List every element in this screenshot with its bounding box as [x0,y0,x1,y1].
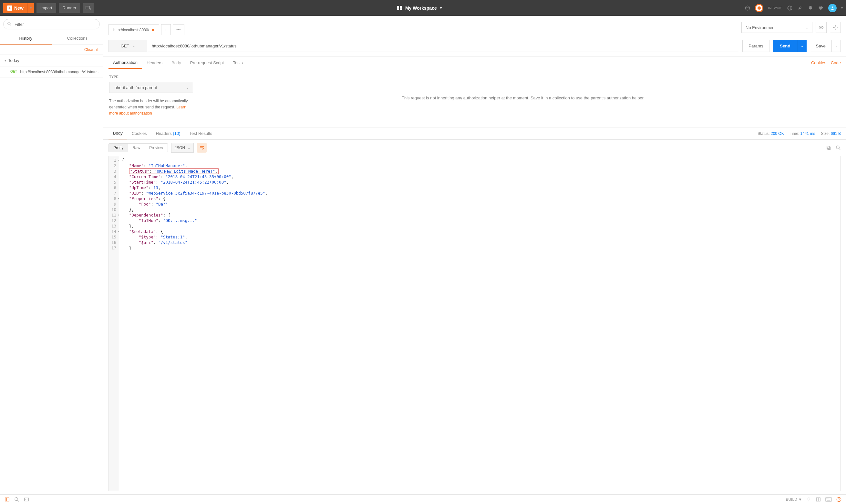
topbar: + New ▾ Import Runner + My Workspace ▾ I… [0,0,846,16]
panes-icon[interactable] [816,497,821,502]
bell-icon[interactable] [808,5,813,11]
view-preview[interactable]: Preview [145,144,168,152]
svg-point-13 [821,27,822,28]
send-dropdown[interactable]: ⌄ [797,40,807,52]
copy-icon[interactable] [826,145,831,150]
statusbar: BUILD ▼ ? [0,494,846,504]
svg-rect-4 [397,8,399,10]
search-icon [7,22,12,26]
wrap-icon [199,145,205,150]
satellite-icon[interactable] [745,5,751,11]
format-select[interactable]: JSON⌄ [171,143,194,152]
auth-description: The authorization header will be automat… [109,98,194,117]
sync-status-icon[interactable] [755,4,763,12]
unsaved-dot-icon [152,29,154,31]
svg-point-6 [745,6,750,10]
subtab-prerequest[interactable]: Pre-request Script [186,57,229,68]
content: http://localhost:8080/ + ••• No Environm… [103,16,846,494]
wrench-icon[interactable] [797,5,803,11]
subtab-body[interactable]: Body [167,57,186,68]
svg-line-12 [10,24,11,26]
history-item[interactable]: GET http://localhost:8080/iothubmanager/… [0,67,103,78]
help-icon[interactable]: ? [836,497,842,502]
params-button[interactable]: Params [742,40,770,52]
url-input[interactable] [147,40,739,52]
env-preview-button[interactable] [816,22,827,33]
resp-tab-cookies[interactable]: Cookies [127,128,152,139]
cookies-link[interactable]: Cookies [811,60,826,65]
new-dropdown[interactable]: ▾ [28,3,34,13]
keyboard-icon[interactable] [825,497,832,502]
size-label: Size: 661 B [821,131,841,136]
tab-history[interactable]: History [0,33,52,44]
clear-all-link[interactable]: Clear all [0,45,103,55]
environment-select[interactable]: No Environment⌄ [741,22,812,33]
svg-text:+: + [90,7,91,11]
search-response-icon[interactable] [836,145,841,150]
svg-line-18 [839,148,840,150]
auth-type-select[interactable]: Inherit auth from parent⌄ [109,82,193,93]
gear-icon [833,25,838,30]
user-icon [830,6,835,10]
env-settings-button[interactable] [830,22,841,33]
avatar[interactable] [828,4,836,12]
subtab-headers[interactable]: Headers [142,57,167,68]
method-select[interactable]: GET⌄ [108,40,147,52]
svg-rect-3 [400,6,402,8]
svg-point-21 [15,498,18,501]
subtab-tests[interactable]: Tests [228,57,247,68]
svg-point-24 [808,498,810,500]
heart-icon[interactable] [818,5,824,11]
svg-rect-0 [86,6,89,9]
save-dropdown[interactable]: ⌄ [832,40,841,52]
svg-rect-5 [400,8,402,10]
svg-rect-16 [827,146,830,149]
history-url: http://localhost:8080/iothubmanager/v1/s… [20,69,99,75]
save-button[interactable]: Save [810,40,832,52]
svg-rect-19 [5,498,9,501]
view-mode-group: Pretty Raw Preview [108,143,168,152]
sync-label: IN SYNC [768,6,782,10]
history-group-today[interactable]: ▾ Today [0,55,103,67]
resp-tab-body[interactable]: Body [108,127,127,139]
response-body[interactable]: 1234567891011121314151617 { "Name": "IoT… [108,156,841,491]
new-button[interactable]: + New [3,3,28,13]
wrap-lines-button[interactable] [197,143,207,152]
svg-rect-23 [24,498,29,501]
new-tab-button[interactable]: + [161,24,171,35]
send-button[interactable]: Send [773,40,797,52]
history-method: GET [10,69,17,75]
sidebar-toggle-icon[interactable] [4,497,10,502]
view-raw[interactable]: Raw [128,144,145,152]
tab-more-button[interactable]: ••• [173,24,184,35]
svg-text:?: ? [838,498,840,501]
svg-point-10 [832,6,833,8]
filter-input[interactable] [3,19,100,29]
sidebar: History Collections Clear all ▾ Today GE… [0,16,103,494]
resp-tab-headers[interactable]: Headers (10) [152,128,185,139]
runner-button[interactable]: Runner [59,3,81,13]
console-icon[interactable] [24,497,29,502]
request-tab[interactable]: http://localhost:8080/ [108,24,159,35]
status-label: Status: 200 OK [758,131,784,136]
import-button[interactable]: Import [36,3,56,13]
svg-point-14 [835,27,836,28]
balloon-icon[interactable] [807,497,811,502]
plus-icon: + [7,5,12,11]
subtab-authorization[interactable]: Authorization [108,57,142,69]
svg-rect-28 [826,498,832,501]
build-label[interactable]: BUILD ▼ [786,497,802,502]
resp-tab-test-results[interactable]: Test Results [185,128,217,139]
svg-point-11 [8,22,10,25]
view-pretty[interactable]: Pretty [109,144,128,152]
globe-icon[interactable] [787,5,793,11]
new-window-button[interactable]: + [83,3,94,13]
code-link[interactable]: Code [831,60,841,65]
workspace-title[interactable]: My Workspace [405,5,437,11]
svg-rect-2 [397,6,399,8]
svg-point-17 [836,146,839,149]
auth-type-label: TYPE [109,75,194,79]
find-icon[interactable] [14,497,19,502]
tab-collections[interactable]: Collections [52,33,103,44]
eye-icon [818,25,824,30]
